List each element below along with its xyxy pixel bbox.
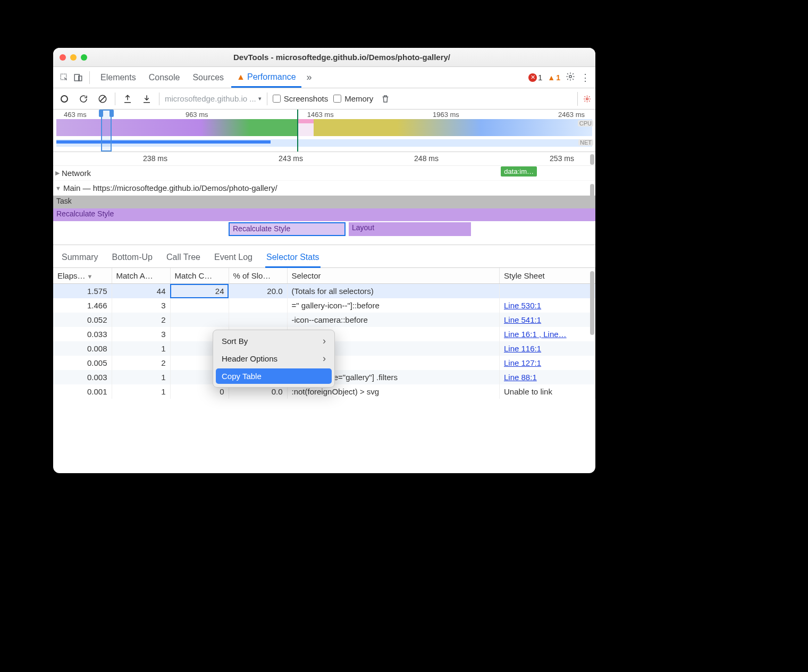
stylesheet-link[interactable]: Line 88:1 xyxy=(504,373,537,382)
tabs-overflow-icon[interactable]: » xyxy=(304,70,315,85)
cell[interactable]: 1 xyxy=(112,370,170,384)
timeline-overview[interactable]: 463 ms 963 ms 1463 ms 1963 ms 2463 ms CP… xyxy=(53,110,595,152)
col-elapsed[interactable]: Elaps… xyxy=(53,268,112,284)
cell[interactable]: 0.033 xyxy=(53,327,112,341)
menu-sort-by[interactable]: Sort By xyxy=(213,332,334,350)
record-button[interactable] xyxy=(57,92,71,106)
error-icon: ✕ xyxy=(528,73,537,82)
col-match-attempts[interactable]: Match A… xyxy=(112,268,170,284)
tab-bottomup[interactable]: Bottom-Up xyxy=(111,248,153,267)
cell[interactable]: 0.052 xyxy=(53,313,112,327)
cell[interactable]: 2 xyxy=(112,356,170,370)
recalc-style-selected[interactable]: Recalculate Style xyxy=(229,222,346,236)
tab-calltree[interactable]: Call Tree xyxy=(165,248,201,267)
cell[interactable]: Line 530:1 xyxy=(500,298,595,313)
scrollbar[interactable] xyxy=(590,154,594,165)
cell[interactable]: Line 541:1 xyxy=(500,313,595,327)
kebab-icon[interactable]: ⋮ xyxy=(580,72,590,83)
tab-selectorstats[interactable]: Selector Stats xyxy=(265,248,321,268)
cell[interactable]: 2 xyxy=(112,313,170,327)
recalc-style-entry[interactable]: Recalculate Style xyxy=(53,208,595,221)
cell[interactable]: =" gallery-icon--"]::before xyxy=(287,298,500,313)
cell[interactable] xyxy=(170,313,229,327)
capture-settings-icon[interactable] xyxy=(577,92,591,106)
cell[interactable]: 0.003 xyxy=(53,370,112,384)
tab-sources[interactable]: Sources xyxy=(187,69,229,87)
cell[interactable] xyxy=(229,313,287,327)
cell[interactable] xyxy=(500,284,595,299)
scrollbar[interactable] xyxy=(590,271,594,335)
cell[interactable]: 0.001 xyxy=(53,384,112,399)
cell[interactable] xyxy=(170,298,229,313)
tick: 1963 ms xyxy=(433,111,459,119)
cell[interactable]: -icon--camera::before xyxy=(287,313,500,327)
cell[interactable]: 20.0 xyxy=(229,284,287,299)
network-entry[interactable]: data:im… xyxy=(501,166,537,177)
table-row[interactable]: 0.0522-icon--camera::beforeLine 541:1 xyxy=(53,313,595,327)
maximize-icon[interactable] xyxy=(81,54,87,61)
layout-entry[interactable]: Layout xyxy=(349,222,471,236)
recording-dropdown[interactable]: microsoftedge.github.io ... xyxy=(165,94,262,103)
cell[interactable]: 3 xyxy=(112,298,170,313)
download-icon[interactable] xyxy=(140,92,154,106)
cell[interactable]: 1.575 xyxy=(53,284,112,299)
col-pct-slow[interactable]: % of Slo… xyxy=(229,268,287,284)
inspect-icon[interactable] xyxy=(58,72,70,83)
cell[interactable]: Line 116:1 xyxy=(500,341,595,356)
garbage-icon[interactable] xyxy=(378,92,392,106)
memory-toggle[interactable]: Memory xyxy=(333,94,373,103)
cell[interactable]: Line 16:1 , Line… xyxy=(500,327,595,341)
menu-copy-table[interactable]: Copy Table xyxy=(216,368,332,384)
reload-button[interactable] xyxy=(77,92,90,106)
cell[interactable]: Line 88:1 xyxy=(500,370,595,384)
tab-summary[interactable]: Summary xyxy=(61,248,99,267)
table-row[interactable]: 1.4663=" gallery-icon--"]::beforeLine 53… xyxy=(53,298,595,313)
tab-elements[interactable]: Elements xyxy=(95,69,141,87)
task-entry[interactable]: Task xyxy=(53,196,595,208)
network-track-header[interactable]: ▶ Network data:im… xyxy=(53,166,595,181)
cell[interactable]: 1 xyxy=(112,384,170,399)
stylesheet-link[interactable]: Line 541:1 xyxy=(504,315,541,324)
cell[interactable]: 3 xyxy=(112,327,170,341)
stylesheet-link[interactable]: Line 16:1 , Line… xyxy=(504,330,567,339)
warning-badge[interactable]: ▲ 1 xyxy=(548,73,560,82)
clear-button[interactable] xyxy=(96,92,110,106)
cell[interactable]: 0.005 xyxy=(53,356,112,370)
close-icon[interactable] xyxy=(60,54,66,61)
screenshots-toggle[interactable]: Screenshots xyxy=(273,94,328,103)
stylesheet-link[interactable]: Line 116:1 xyxy=(504,344,541,353)
separator xyxy=(159,93,159,105)
tab-eventlog[interactable]: Event Log xyxy=(213,248,254,267)
device-icon[interactable] xyxy=(72,72,84,83)
cell[interactable]: 1.466 xyxy=(53,298,112,313)
overview-selection-handle[interactable] xyxy=(101,110,112,152)
scrollbar[interactable] xyxy=(590,184,594,208)
memory-checkbox[interactable] xyxy=(333,95,341,103)
stylesheet-link[interactable]: Line 530:1 xyxy=(504,301,541,310)
cell[interactable]: (Totals for all selectors) xyxy=(287,284,500,299)
titlebar: DevTools - microsoftedge.github.io/Demos… xyxy=(53,48,595,67)
cell[interactable]: 44 xyxy=(112,284,170,299)
svg-line-5 xyxy=(100,96,105,101)
flame-chart[interactable]: 238 ms 243 ms 248 ms 253 ms ▶ Network da… xyxy=(53,152,595,245)
tab-console[interactable]: Console xyxy=(144,69,186,87)
screenshots-checkbox[interactable] xyxy=(273,95,281,103)
cell[interactable]: 0.008 xyxy=(53,341,112,356)
table-row[interactable]: 1.575442420.0(Totals for all selectors) xyxy=(53,284,595,299)
minimize-icon[interactable] xyxy=(70,54,77,61)
cell[interactable]: Line 127:1 xyxy=(500,356,595,370)
upload-icon[interactable] xyxy=(121,92,134,106)
error-badge[interactable]: ✕ 1 xyxy=(528,73,542,82)
tab-performance[interactable]: ▲Performance xyxy=(231,68,301,88)
main-track-header[interactable]: ▼ Main — https://microsoftedge.github.io… xyxy=(53,181,595,196)
col-stylesheet[interactable]: Style Sheet xyxy=(500,268,595,284)
col-match-count[interactable]: Match C… xyxy=(170,268,229,284)
cell[interactable]: Unable to link xyxy=(500,384,595,399)
col-selector[interactable]: Selector xyxy=(287,268,500,284)
menu-header-options[interactable]: Header Options xyxy=(213,350,334,367)
stylesheet-link[interactable]: Line 127:1 xyxy=(504,358,541,367)
cell[interactable] xyxy=(229,298,287,313)
cell[interactable]: 1 xyxy=(112,341,170,356)
cell[interactable]: 24 xyxy=(170,284,229,299)
settings-icon[interactable] xyxy=(566,72,575,83)
